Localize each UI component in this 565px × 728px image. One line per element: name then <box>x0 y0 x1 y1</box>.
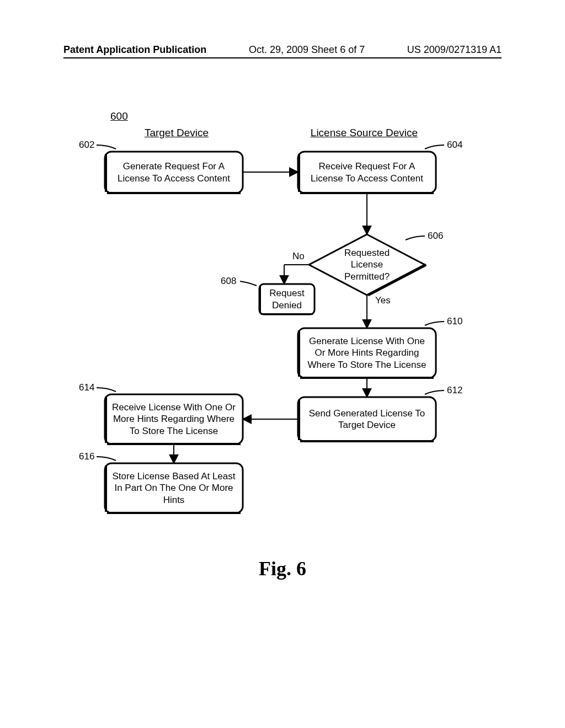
leader-616 <box>97 457 116 461</box>
ref-614: 614 <box>79 382 94 393</box>
text-604: Receive Request For A License To Access … <box>298 152 436 193</box>
text-608: Request Denied <box>259 284 315 314</box>
text-612: Send Generated License To Target Device <box>298 397 436 441</box>
text-614: Receive License With One Or More Hints R… <box>105 394 243 444</box>
leader-608 <box>240 281 257 286</box>
text-602: Generate Request For A License To Access… <box>105 152 243 193</box>
ref-602: 602 <box>79 140 94 151</box>
leader-606 <box>406 236 425 240</box>
edge-label-no: No <box>292 251 305 262</box>
edge-label-yes: Yes <box>375 295 391 306</box>
ref-610: 610 <box>447 316 462 327</box>
ref-606: 606 <box>428 231 443 242</box>
text-610: Generate License With One Or More Hints … <box>298 328 436 378</box>
leader-614 <box>97 388 116 392</box>
text-606: Requested License Permitted? <box>323 243 411 287</box>
page: Patent Application Publication Oct. 29, … <box>0 0 565 728</box>
leader-604 <box>425 145 444 149</box>
ref-616: 616 <box>79 451 94 462</box>
edge-606-608 <box>284 265 309 284</box>
figure-caption: Fig. 6 <box>0 557 565 580</box>
ref-612: 612 <box>447 385 462 396</box>
flowchart-svg <box>0 0 565 728</box>
ref-608: 608 <box>221 276 236 287</box>
text-616: Store License Based At Least In Part On … <box>105 463 243 513</box>
ref-604: 604 <box>447 140 462 151</box>
leader-610 <box>425 322 444 325</box>
leader-612 <box>425 390 444 394</box>
leader-602 <box>97 145 116 149</box>
